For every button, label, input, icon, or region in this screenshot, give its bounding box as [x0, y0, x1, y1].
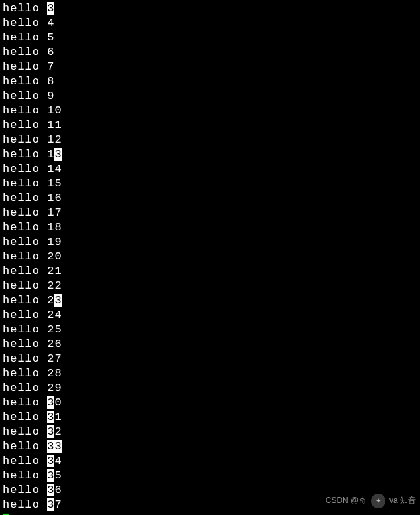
line-prefix: hello 24: [3, 309, 62, 321]
terminal-line: hello 20: [3, 250, 417, 264]
terminal-line: hello 4: [3, 16, 417, 31]
search-highlight: 3: [54, 294, 62, 307]
line-prefix: hello: [3, 484, 47, 496]
line-prefix: hello 20: [3, 250, 62, 263]
line-prefix: hello: [3, 2, 47, 15]
line-prefix: hello 28: [3, 367, 62, 380]
terminal-line: hello 18: [3, 220, 417, 235]
search-highlight: 33: [47, 440, 62, 453]
terminal-line: hello 14: [3, 162, 417, 177]
line-suffix: 4: [54, 455, 62, 467]
terminal-line: hello 23: [3, 293, 417, 308]
terminal-line: hello 11: [3, 118, 417, 133]
line-suffix: 5: [54, 469, 62, 482]
line-prefix: hello 11: [3, 119, 62, 131]
terminal-line: hello 33: [3, 439, 417, 454]
search-highlight: 3: [47, 425, 54, 438]
terminal-line: hello 32: [3, 425, 417, 439]
terminal-line: hello 3: [3, 1, 417, 16]
line-prefix: hello 4: [3, 17, 54, 29]
line-prefix: hello 18: [3, 221, 62, 234]
terminal-line: hello 31: [3, 410, 417, 425]
line-prefix: hello 14: [3, 163, 62, 175]
line-prefix: hello 9: [3, 90, 54, 102]
line-prefix: hello 29: [3, 382, 62, 394]
line-prefix: hello 27: [3, 352, 62, 365]
search-highlight: 3: [47, 396, 54, 409]
line-prefix: hello: [3, 425, 47, 438]
terminal-line: hello 27: [3, 352, 417, 366]
terminal-line: hello 34: [3, 454, 417, 469]
terminal-line: hello 24: [3, 308, 417, 323]
line-prefix: hello 19: [3, 236, 62, 248]
terminal-line: hello 29: [3, 381, 417, 396]
line-suffix: 7: [54, 498, 62, 511]
line-prefix: hello 1: [3, 148, 54, 161]
terminal-line: hello 35: [3, 469, 417, 483]
wechat-icon: ✦: [371, 494, 385, 508]
line-prefix: hello 25: [3, 323, 62, 336]
search-highlight: 3: [47, 455, 54, 467]
line-prefix: hello: [3, 469, 47, 482]
watermark-text-left: CSDN @奇: [326, 496, 367, 505]
search-highlight: 3: [47, 484, 54, 496]
terminal-line: hello 16: [3, 191, 417, 206]
line-suffix: 1: [54, 411, 62, 423]
terminal-line: hello 17: [3, 206, 417, 220]
search-highlight: 3: [47, 469, 54, 482]
terminal-line: hello 28: [3, 366, 417, 381]
watermark-text-right: 知音: [400, 496, 416, 505]
search-highlight: 3: [47, 2, 54, 15]
terminal-line: hello 30: [3, 396, 417, 410]
watermark-text-mid: va: [389, 496, 398, 505]
line-suffix: 6: [54, 484, 62, 496]
terminal-line: hello 15: [3, 177, 417, 191]
line-prefix: hello 17: [3, 206, 62, 219]
terminal-line: hello 25: [3, 323, 417, 337]
line-prefix: hello 15: [3, 177, 62, 190]
line-prefix: hello 21: [3, 265, 62, 277]
line-prefix: hello 5: [3, 31, 54, 44]
terminal-line: hello 10: [3, 104, 417, 118]
terminal-line: hello 6: [3, 45, 417, 60]
terminal-line: hello 9: [3, 89, 417, 104]
search-highlight: 3: [47, 498, 54, 511]
terminal-line: hello 26: [3, 337, 417, 352]
watermark: CSDN @奇 ✦ va 知音: [326, 493, 416, 508]
terminal-line: hello 7: [3, 60, 417, 74]
line-prefix: hello 16: [3, 192, 62, 204]
terminal-line: hello 22: [3, 279, 417, 293]
terminal-line: hello 12: [3, 133, 417, 147]
terminal-line: hello 19: [3, 235, 417, 250]
line-suffix: 0: [54, 396, 62, 409]
terminal-line: hello 21: [3, 264, 417, 279]
cursor-line: [3, 512, 417, 515]
line-prefix: hello 22: [3, 279, 62, 292]
line-prefix: hello 6: [3, 46, 54, 58]
line-prefix: hello: [3, 498, 47, 511]
line-prefix: hello 12: [3, 133, 62, 146]
line-prefix: hello 10: [3, 104, 62, 117]
line-suffix: 2: [54, 425, 62, 438]
line-prefix: hello 2: [3, 294, 54, 307]
line-prefix: hello 26: [3, 338, 62, 350]
terminal-output[interactable]: hello 3hello 4hello 5hello 6hello 7hello…: [0, 0, 420, 515]
terminal-line: hello 8: [3, 74, 417, 89]
search-highlight: 3: [47, 411, 54, 423]
terminal-line: hello 13: [3, 147, 417, 162]
terminal-line: hello 5: [3, 31, 417, 45]
line-prefix: hello 8: [3, 75, 54, 88]
line-prefix: hello: [3, 396, 47, 409]
line-prefix: hello: [3, 440, 47, 453]
line-prefix: hello: [3, 411, 47, 423]
line-prefix: hello: [3, 455, 47, 467]
search-highlight: 3: [54, 148, 62, 161]
line-prefix: hello 7: [3, 60, 54, 73]
